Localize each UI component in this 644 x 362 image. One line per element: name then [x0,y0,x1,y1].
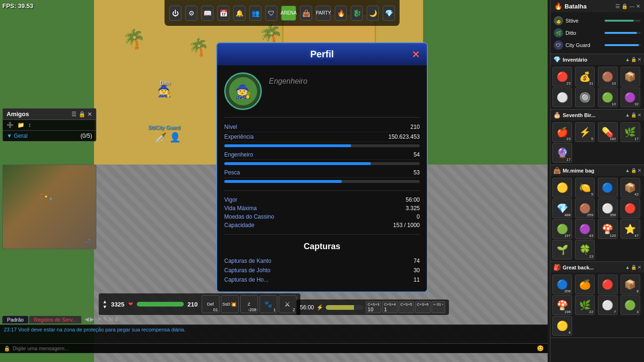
chat-msg-btn[interactable]: ✉ [109,316,113,323]
toolbar-moon[interactable]: 🌙 [367,6,379,21]
group-label[interactable]: ▼ Geral [7,133,28,139]
eng-bar-row [224,160,420,168]
map-zoom-btn[interactable]: ➕ [86,239,94,246]
friend-folder-btn[interactable]: 📁 [17,122,24,128]
inv-slot[interactable]: 🟢197 [552,219,572,239]
inv-up-btn-mrmime[interactable]: ▲ [625,168,630,173]
toolbar-party[interactable]: 👥 [249,6,261,21]
johto-value: 30 [414,267,420,274]
add-friend-btn[interactable]: ➕ [7,122,14,128]
battle-min-btn[interactable]: — [629,3,635,9]
inv-slot[interactable]: 🟣32 [620,87,640,107]
inv-slot[interactable]: 💊182 [598,122,618,142]
inv-slot[interactable]: ⚪ [552,87,572,107]
action-slot-z[interactable]: Z -208 [240,295,258,313]
chat-nav-left[interactable]: ◀ [85,316,89,323]
inv-slot[interactable]: 🔵208 [552,275,572,294]
inv-slot[interactable]: 📦 [620,67,640,87]
toolbar-dragon[interactable]: 🐉 [351,6,363,21]
chat-block-btn[interactable]: ⊘ [114,316,119,323]
toolbar-gem[interactable]: 💎 [383,6,395,21]
key-slot-2[interactable]: C+S+41 [382,301,398,313]
inv-slot[interactable]: 🟡4 [552,316,572,336]
inv-slot[interactable]: 🌿22 [575,295,595,315]
inv-icon-main: 💎 [553,56,561,63]
inv-slot[interactable]: 🍊 [575,275,595,294]
tab-standard[interactable]: Padrão [2,316,28,323]
inv-slot[interactable]: 🔮17 [552,143,572,163]
inv-slot[interactable]: ⚪7 [598,295,618,315]
key-slot-1[interactable]: C+S+310 [366,301,381,313]
inv-slot[interactable]: 🔴 [598,275,618,294]
inv-slot[interactable]: 🔵 [598,178,618,197]
battle-menu-btn[interactable]: ☰ [615,3,620,9]
inv-slot[interactable]: 🔘 [575,87,595,107]
chat-edit-btn[interactable]: ✎ [103,316,108,323]
battle-close-btn[interactable]: ✕ [636,3,640,9]
inv-slot[interactable]: 📦8 [620,275,640,294]
inv-slot[interactable]: 🟡 [552,178,572,197]
action-slot-ssd[interactable]: SsD 💥 [221,295,239,313]
key-slot-prev[interactable]: ‹‹ 01 › [432,301,445,313]
tab-server-log[interactable]: Registro do Serv... [29,316,81,323]
inv-slot[interactable]: 🟤259 [575,198,595,218]
inv-close-btn-main[interactable]: ✕ [637,57,641,62]
inv-slot[interactable]: 🟢3 [620,295,640,315]
inv-lock-btn-great[interactable]: 🔒 [631,265,636,270]
inv-slot[interactable]: 🟤10 [598,67,618,87]
chat-emoji-btn[interactable]: 😊 [537,345,544,352]
inv-slot[interactable]: 🍎23 [552,122,572,142]
inv-slot[interactable]: 💰31 [575,67,595,87]
inv-slot[interactable]: ⚪356 [598,198,618,218]
inv-slot[interactable]: 💎488 [552,198,572,218]
sort-friends-btn[interactable]: ↕ [28,122,31,128]
inv-slot[interactable]: 🌿17 [620,122,640,142]
toolbar-party2[interactable]: PARTY [316,6,331,21]
inv-lock-btn-mrmime[interactable]: 🔒 [631,168,636,173]
toolbar-book[interactable]: 📖 [201,6,213,21]
inv-slot[interactable]: 🍄198 [552,295,572,315]
friends-close-btn[interactable]: ✕ [87,111,92,118]
toolbar-fire[interactable]: 🔥 [335,6,347,21]
inv-up-btn-great[interactable]: ▲ [625,265,630,270]
action-slot-pokemon2[interactable]: ⚔ 2 [279,295,297,313]
inv-slot[interactable]: ⚡5 [575,122,595,142]
friends-lock-btn[interactable]: 🔒 [79,111,86,118]
inv-up-btn-main[interactable]: ▲ [625,57,630,62]
toolbar-bell[interactable]: 🔔 [233,6,245,21]
inv-slot[interactable]: 🌱 [552,240,572,260]
inv-slot[interactable]: 🟣43 [575,219,595,239]
toolbar-shield[interactable]: 🛡 [265,6,277,21]
energy-value: 56:00 [300,304,314,311]
key-slot-3[interactable]: C+S+5 [399,301,414,313]
chat-nav-right[interactable]: ▶ [90,316,94,323]
inv-slot[interactable]: 🍄120 [598,219,618,239]
inv-close-btn-great[interactable]: ✕ [637,265,641,270]
chat-input[interactable] [13,346,534,351]
key-slot-4[interactable]: C+S+6 [415,301,431,313]
inv-close-btn-birthday[interactable]: ✕ [637,112,641,118]
inv-slot[interactable]: 🍋5 [575,178,595,197]
inv-close-btn-mrmime[interactable]: ✕ [637,168,641,173]
battle-lock-btn[interactable]: 🔒 [621,3,628,9]
toolbar-power[interactable]: ⏻ [169,6,181,21]
scroll-arrows[interactable]: ▲ ▼ [102,299,107,309]
toolbar-bag[interactable]: 👜 [300,6,312,21]
profile-close-btn[interactable]: ✕ [412,49,420,60]
chat-close-btn[interactable]: ✕ [97,316,102,323]
action-slot-def[interactable]: Def 01 [202,295,220,313]
inv-slot[interactable]: 🍀13 [575,240,595,260]
toolbar-settings[interactable]: ⚙ [185,6,197,21]
inv-up-btn-birthday[interactable]: ▲ [625,112,630,118]
toolbar-calendar[interactable]: 📅 [217,6,229,21]
inv-slot[interactable]: 📦42 [620,178,640,197]
inv-lock-btn-birthday[interactable]: 🔒 [631,112,636,118]
inv-slot[interactable]: 🔴 [620,198,640,218]
inv-slot[interactable]: 🟢10 [598,87,618,107]
inv-slot[interactable]: 🔴23 [552,67,572,87]
friends-menu-btn[interactable]: ☰ [71,111,77,118]
inv-slot[interactable]: ⭐47 [620,219,640,239]
toolbar-arena[interactable]: ARENA [281,6,296,21]
inv-lock-btn-main[interactable]: 🔒 [631,57,636,62]
action-slot-pokemon1[interactable]: 🐾 1 [259,295,277,313]
